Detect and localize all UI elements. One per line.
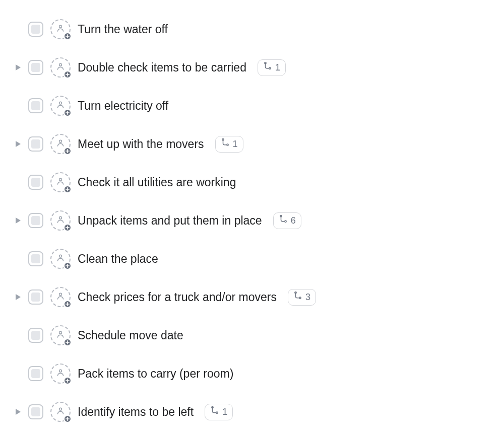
expand-toggle[interactable]	[15, 294, 21, 300]
svg-point-15	[59, 216, 62, 219]
svg-point-29	[59, 408, 62, 410]
expand-toggle[interactable]	[15, 64, 21, 70]
assignee-add-button[interactable]	[50, 402, 71, 422]
subtask-icon	[210, 406, 219, 418]
subtask-count-badge[interactable]: 1	[258, 59, 286, 76]
person-icon	[56, 138, 65, 150]
plus-icon	[64, 109, 72, 117]
expand-toggle[interactable]	[15, 141, 21, 147]
subtask-icon	[263, 62, 272, 74]
svg-marker-8	[16, 141, 21, 147]
subtask-count: 1	[222, 407, 227, 417]
subtask-count: 3	[305, 292, 310, 303]
task-checkbox[interactable]	[28, 213, 43, 228]
checkbox-inner	[31, 25, 40, 34]
task-title[interactable]: Schedule move date	[78, 329, 183, 342]
task-title[interactable]: Check prices for a truck and/or movers	[78, 290, 277, 304]
assignee-add-button[interactable]	[50, 134, 71, 154]
assignee-add-button[interactable]	[50, 96, 71, 116]
person-icon	[56, 253, 65, 264]
person-icon	[56, 62, 65, 73]
plus-icon	[64, 70, 72, 79]
task-title[interactable]: Identify items to be left	[78, 405, 194, 419]
person-icon	[56, 100, 65, 111]
subtask-icon	[293, 292, 302, 303]
assignee-add-button[interactable]	[50, 57, 71, 78]
task-checkbox[interactable]	[28, 98, 43, 113]
svg-point-31	[216, 412, 218, 413]
task-checkbox[interactable]	[28, 328, 43, 343]
task-checkbox[interactable]	[28, 366, 43, 381]
task-title[interactable]: Check it all utilities are working	[78, 176, 236, 189]
subtask-count-badge[interactable]: 6	[273, 212, 301, 229]
checkbox-inner	[31, 178, 40, 187]
checkbox-inner	[31, 139, 40, 149]
task-title[interactable]: Pack items to carry (per room)	[78, 367, 233, 381]
task-checkbox[interactable]	[28, 22, 43, 37]
svg-point-17	[285, 221, 286, 222]
svg-point-5	[269, 67, 271, 69]
checkbox-inner	[31, 101, 40, 110]
person-icon	[56, 215, 65, 226]
person-icon	[56, 292, 65, 303]
task-checkbox[interactable]	[28, 404, 43, 419]
task-title[interactable]: Turn electricity off	[78, 99, 168, 113]
person-icon	[56, 406, 65, 417]
task-row: Turn the water off	[0, 10, 504, 48]
svg-point-11	[226, 144, 228, 145]
task-checkbox[interactable]	[28, 289, 43, 305]
person-icon	[56, 24, 65, 35]
expand-toggle[interactable]	[15, 409, 21, 415]
task-row: Turn electricity off	[0, 87, 504, 125]
task-row: Unpack items and put them in place6	[0, 201, 504, 240]
person-icon	[56, 368, 65, 379]
task-row: Identify items to be left1	[0, 393, 504, 431]
assignee-add-button[interactable]	[50, 172, 71, 192]
subtask-count-badge[interactable]: 1	[215, 136, 243, 153]
svg-point-13	[59, 178, 62, 181]
plus-icon	[64, 224, 72, 232]
person-icon	[56, 330, 65, 341]
checkbox-inner	[31, 407, 40, 416]
task-title[interactable]: Meet up with the movers	[78, 137, 204, 151]
task-row: Clean the place	[0, 240, 504, 278]
checkbox-inner	[31, 254, 40, 263]
assignee-add-button[interactable]	[50, 19, 71, 39]
task-checkbox[interactable]	[28, 60, 43, 75]
task-title[interactable]: Clean the place	[78, 252, 158, 266]
plus-icon	[64, 185, 72, 193]
svg-marker-28	[16, 409, 21, 415]
checkbox-inner	[31, 293, 40, 302]
svg-marker-2	[16, 64, 21, 70]
task-title[interactable]: Double check items to be carried	[78, 61, 246, 75]
task-checkbox[interactable]	[28, 175, 43, 190]
plus-icon	[64, 32, 72, 40]
task-list: Turn the water offDouble check items to …	[0, 10, 504, 431]
task-row: Pack items to carry (per room)	[0, 354, 504, 393]
plus-icon	[64, 262, 72, 270]
subtask-count-badge[interactable]: 1	[205, 404, 233, 420]
checkbox-inner	[31, 63, 40, 72]
assignee-add-button[interactable]	[50, 210, 71, 231]
assignee-add-button[interactable]	[50, 325, 71, 345]
svg-point-9	[59, 140, 62, 142]
assignee-add-button[interactable]	[50, 363, 71, 384]
expand-toggle[interactable]	[15, 217, 21, 224]
task-checkbox[interactable]	[28, 136, 43, 152]
svg-point-1	[59, 25, 62, 28]
task-title[interactable]: Unpack items and put them in place	[78, 214, 262, 228]
task-row: Check it all utilities are working	[0, 163, 504, 201]
svg-marker-14	[16, 217, 21, 224]
assignee-add-button[interactable]	[50, 287, 71, 307]
task-checkbox[interactable]	[28, 251, 43, 266]
svg-point-7	[59, 102, 62, 104]
assignee-add-button[interactable]	[50, 249, 71, 269]
task-title[interactable]: Turn the water off	[78, 23, 168, 36]
subtask-count-badge[interactable]: 3	[288, 289, 316, 306]
person-icon	[56, 177, 65, 188]
subtask-icon	[279, 215, 288, 227]
svg-point-21	[59, 293, 62, 296]
checkbox-inner	[31, 331, 40, 340]
task-row: Meet up with the movers1	[0, 125, 504, 163]
checkbox-inner	[31, 369, 40, 378]
